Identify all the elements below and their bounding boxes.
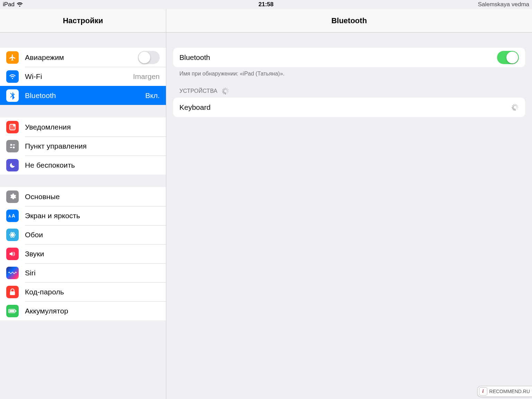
sidebar-item-control-center[interactable]: Пункт управления [0, 136, 166, 156]
sidebar-item-label: Не беспокоить [25, 161, 160, 169]
site-watermark: i RECOMMEND.RU [477, 386, 532, 397]
svg-rect-4 [13, 144, 15, 145]
sidebar-item-bluetooth[interactable]: Bluetooth Вкл. [0, 86, 166, 105]
sidebar-item-label: Аккумулятор [25, 307, 160, 315]
discoverable-note: Имя при обнаружении: «iPad (Татьяна)». [173, 67, 525, 77]
sidebar-item-display[interactable]: AA Экран и яркость [0, 206, 166, 225]
sidebar-item-label: Пункт управления [25, 142, 160, 150]
sidebar-item-label: Код-пароль [25, 288, 160, 296]
devices-header: УСТРОЙСТВА [173, 77, 525, 98]
device-name: Keyboard [179, 103, 511, 112]
airplane-icon [6, 51, 19, 64]
device-row-keyboard[interactable]: Keyboard [173, 98, 525, 117]
spinner-icon [222, 87, 229, 95]
sidebar-item-label: Wi-Fi [25, 72, 133, 81]
sidebar-item-dnd[interactable]: Не беспокоить [0, 156, 166, 175]
sidebar-item-label: Основные [25, 193, 160, 201]
wifi-icon [6, 70, 19, 83]
detail-title: Bluetooth [331, 16, 367, 25]
sidebar-item-label: Уведомления [25, 123, 160, 131]
detail-navbar: Bluetooth [166, 9, 532, 33]
device-label: iPad [3, 1, 15, 8]
sidebar-item-sounds[interactable]: Звуки [0, 244, 166, 263]
control-center-icon [6, 140, 19, 152]
svg-point-2 [13, 124, 16, 126]
sidebar-item-battery[interactable]: Аккумулятор [0, 301, 166, 320]
status-bar: iPad 21:58 Salemskaya vedma [0, 0, 532, 9]
watermark-text: RECOMMEND.RU [489, 389, 530, 394]
svg-rect-6 [10, 147, 12, 148]
sidebar-item-airplane[interactable]: Авиарежим [0, 48, 166, 67]
bluetooth-switch[interactable] [497, 51, 519, 64]
bluetooth-toggle-group: Bluetooth [173, 48, 525, 67]
settings-sidebar: Настройки Авиарежим Wi-Fi Imargen [0, 9, 166, 399]
sidebar-item-label: Авиарежим [25, 53, 138, 62]
sidebar-group-alerts: Уведомления Пункт управления Не беспокои… [0, 117, 166, 175]
svg-text:A: A [8, 214, 11, 218]
sidebar-navbar: Настройки [0, 9, 166, 33]
speaker-icon [6, 248, 19, 260]
wifi-network-value: Imargen [133, 72, 160, 81]
siri-icon [6, 267, 19, 279]
wallpaper-icon [6, 229, 19, 241]
sidebar-item-passcode[interactable]: Код-пароль [0, 282, 166, 301]
sidebar-item-general[interactable]: Основные [0, 187, 166, 206]
gear-icon [6, 190, 19, 203]
bluetooth-toggle-row[interactable]: Bluetooth [173, 48, 525, 67]
sidebar-item-label: Обои [25, 231, 160, 239]
detail-pane: Bluetooth Bluetooth Имя при обнаружении:… [166, 9, 532, 399]
sidebar-item-label: Bluetooth [25, 91, 145, 100]
wifi-icon [17, 2, 23, 7]
sidebar-item-label: Siri [25, 269, 160, 277]
moon-icon [6, 159, 19, 171]
airplane-switch[interactable] [138, 51, 160, 64]
battery-icon [6, 305, 19, 317]
svg-point-3 [10, 144, 12, 146]
svg-rect-15 [9, 310, 15, 312]
sidebar-group-general: Основные AA Экран и яркость Обои Звуки [0, 187, 166, 320]
svg-rect-13 [10, 291, 15, 295]
sidebar-item-label: Звуки [25, 250, 160, 258]
bluetooth-toggle-label: Bluetooth [179, 53, 497, 62]
svg-text:A: A [12, 213, 16, 218]
user-watermark: Salemskaya vedma [478, 1, 529, 8]
sidebar-item-siri[interactable]: Siri [0, 263, 166, 282]
text-size-icon: AA [6, 210, 19, 222]
sidebar-item-notifications[interactable]: Уведомления [0, 117, 166, 136]
sidebar-title: Настройки [63, 16, 103, 25]
sidebar-item-label: Экран и яркость [25, 212, 160, 220]
watermark-badge: i [479, 387, 487, 396]
spinner-icon [511, 104, 519, 111]
sidebar-item-wifi[interactable]: Wi-Fi Imargen [0, 67, 166, 86]
sidebar-item-wallpaper[interactable]: Обои [0, 225, 166, 244]
svg-point-5 [13, 146, 15, 148]
bluetooth-status-value: Вкл. [145, 91, 160, 100]
notifications-icon [6, 121, 19, 133]
clock: 21:58 [258, 1, 273, 8]
svg-rect-16 [16, 310, 17, 312]
bluetooth-icon [6, 89, 19, 102]
lock-icon [6, 286, 19, 298]
devices-header-label: УСТРОЙСТВА [179, 88, 218, 94]
devices-group: Keyboard [173, 98, 525, 117]
sidebar-group-connectivity: Авиарежим Wi-Fi Imargen Bluetooth Вкл. [0, 48, 166, 105]
